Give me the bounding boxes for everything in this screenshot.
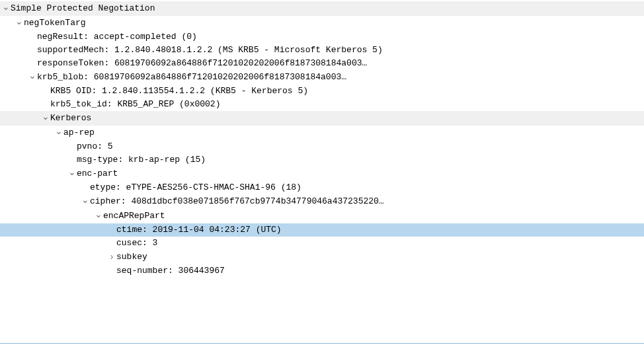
tree-label: negResult: accept-completed (0) bbox=[37, 30, 197, 44]
tree-label: ap-rep bbox=[63, 126, 95, 139]
chevron-down-icon[interactable] bbox=[54, 126, 63, 140]
chevron-down-icon[interactable] bbox=[41, 111, 50, 126]
tree-label: supportedMech: 1.2.840.48018.1.2.2 (MS K… bbox=[37, 44, 383, 57]
tree-label: krb5_tok_id: KRB5_AP_REP (0x0002) bbox=[50, 98, 220, 111]
tree-label: Kerberos bbox=[50, 112, 91, 125]
tree-label: encAPRepPart bbox=[103, 210, 165, 223]
tree-label: enc-part bbox=[77, 167, 118, 180]
tree-row-kerberos[interactable]: Kerberos bbox=[0, 111, 644, 126]
tree-row-krb5tokid[interactable]: krb5_tok_id: KRB5_AP_REP (0x0002) bbox=[0, 98, 644, 111]
chevron-down-icon[interactable] bbox=[15, 16, 24, 30]
tree-label: KRB5 OID: 1.2.840.113554.1.2.2 (KRB5 - K… bbox=[50, 85, 308, 98]
tree-row-negtokentarg[interactable]: negTokenTarg bbox=[0, 16, 644, 30]
tree-row-msgtype[interactable]: msg-type: krb-ap-rep (15) bbox=[0, 153, 644, 167]
packet-tree: Simple Protected Negotiation negTokenTar… bbox=[0, 0, 644, 279]
tree-row-pvno[interactable]: pvno: 5 bbox=[0, 140, 644, 153]
tree-row-encapreppart[interactable]: encAPRepPart bbox=[0, 209, 644, 223]
chevron-right-icon[interactable] bbox=[107, 250, 116, 264]
tree-row-cusec[interactable]: cusec: 3 bbox=[0, 237, 644, 250]
divider bbox=[0, 343, 644, 344]
tree-row-seqnumber[interactable]: seq-number: 306443967 bbox=[0, 264, 644, 278]
tree-label: cusec: 3 bbox=[116, 237, 157, 250]
tree-row-etype[interactable]: etype: eTYPE-AES256-CTS-HMAC-SHA1-96 (18… bbox=[0, 181, 644, 194]
tree-label: subkey bbox=[116, 251, 147, 264]
chevron-down-icon[interactable] bbox=[81, 194, 90, 209]
tree-row-root[interactable]: Simple Protected Negotiation bbox=[0, 1, 644, 16]
tree-row-cipher[interactable]: cipher: 408d1dbcf038e071856f767cb9774b34… bbox=[0, 194, 644, 209]
tree-label: seq-number: 306443967 bbox=[116, 264, 225, 278]
tree-row-responsetoken[interactable]: responseToken: 60819706092a864886f712010… bbox=[0, 57, 644, 70]
tree-label: ctime: 2019-11-04 04:23:27 (UTC) bbox=[116, 223, 282, 237]
tree-row-supportedmech[interactable]: supportedMech: 1.2.840.48018.1.2.2 (MS K… bbox=[0, 44, 644, 57]
tree-row-subkey[interactable]: subkey bbox=[0, 250, 644, 264]
tree-label: Simple Protected Negotiation bbox=[11, 2, 155, 15]
tree-label: negTokenTarg bbox=[24, 17, 86, 30]
tree-label: pvno: 5 bbox=[77, 140, 113, 153]
tree-label: msg-type: krb-ap-rep (15) bbox=[77, 153, 206, 167]
tree-label: cipher: 408d1dbcf038e071856f767cb9774b34… bbox=[90, 195, 384, 208]
chevron-down-icon[interactable] bbox=[67, 167, 77, 181]
tree-label: responseToken: 60819706092a864886f712010… bbox=[37, 57, 367, 70]
chevron-down-icon[interactable] bbox=[1, 1, 11, 16]
tree-row-ctime[interactable]: ctime: 2019-11-04 04:23:27 (UTC) bbox=[0, 223, 644, 237]
tree-label: krb5_blob: 60819706092a864886f7120102020… bbox=[37, 71, 346, 84]
tree-row-krb5blob[interactable]: krb5_blob: 60819706092a864886f7120102020… bbox=[0, 70, 644, 85]
tree-row-aprep[interactable]: ap-rep bbox=[0, 126, 644, 140]
tree-row-krb5oid[interactable]: KRB5 OID: 1.2.840.113554.1.2.2 (KRB5 - K… bbox=[0, 85, 644, 98]
chevron-down-icon[interactable] bbox=[28, 70, 37, 85]
tree-label: etype: eTYPE-AES256-CTS-HMAC-SHA1-96 (18… bbox=[90, 181, 302, 194]
chevron-down-icon[interactable] bbox=[94, 209, 103, 223]
tree-row-negresult[interactable]: negResult: accept-completed (0) bbox=[0, 30, 644, 44]
tree-row-encpart[interactable]: enc-part bbox=[0, 167, 644, 181]
